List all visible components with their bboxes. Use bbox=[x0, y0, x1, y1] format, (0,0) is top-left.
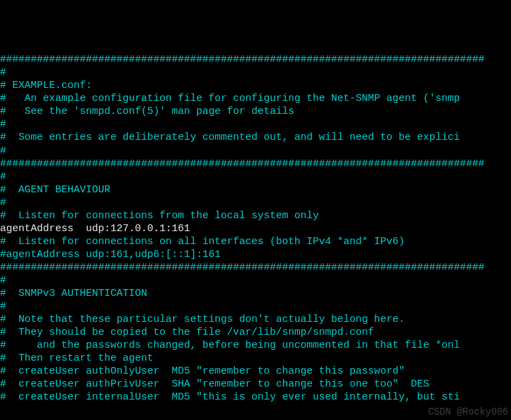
config-line: # bbox=[0, 145, 511, 158]
config-line: # bbox=[0, 196, 511, 209]
config-line: # They should be copied to the file /var… bbox=[0, 326, 511, 339]
config-line: ########################################… bbox=[0, 261, 511, 274]
config-line: # bbox=[0, 300, 511, 313]
config-line: # Listen for connections from the local … bbox=[0, 209, 511, 222]
config-line: # Listen for connections on all interfac… bbox=[0, 235, 511, 248]
config-line: ########################################… bbox=[0, 158, 511, 170]
config-line: # bbox=[0, 118, 511, 131]
config-line: # Some entries are deliberately commente… bbox=[0, 131, 511, 144]
config-line: # SNMPv3 AUTHENTICATION bbox=[0, 287, 511, 300]
terminal-editor: ########################################… bbox=[0, 53, 511, 404]
config-line: # bbox=[0, 66, 511, 79]
config-line: #agentAddress udp:161,udp6:[::1]:161 bbox=[0, 248, 511, 261]
config-line: # See the 'snmpd.conf(5)' man page for d… bbox=[0, 105, 511, 118]
config-line: # An example configuration file for conf… bbox=[0, 92, 511, 105]
config-line: # createUser internalUser MD5 "this is o… bbox=[0, 391, 511, 404]
config-line: # and the passwords changed, before bein… bbox=[0, 339, 511, 352]
config-line: # Then restart the agent bbox=[0, 352, 511, 365]
config-line: # Note that these particular settings do… bbox=[0, 313, 511, 326]
config-line: # bbox=[0, 274, 511, 287]
config-line: agentAddress udp:127.0.0.1:161 bbox=[0, 222, 511, 235]
config-line: # bbox=[0, 170, 511, 183]
config-line: # EXAMPLE.conf: bbox=[0, 79, 511, 92]
config-line: # createUser authOnlyUser MD5 "remember … bbox=[0, 365, 511, 378]
config-line: # createUser authPrivUser SHA "remember … bbox=[0, 378, 511, 391]
config-line: ########################################… bbox=[0, 53, 511, 66]
watermark: CSDN @Rocky006 bbox=[428, 406, 508, 419]
config-line: # AGENT BEHAVIOUR bbox=[0, 183, 511, 196]
